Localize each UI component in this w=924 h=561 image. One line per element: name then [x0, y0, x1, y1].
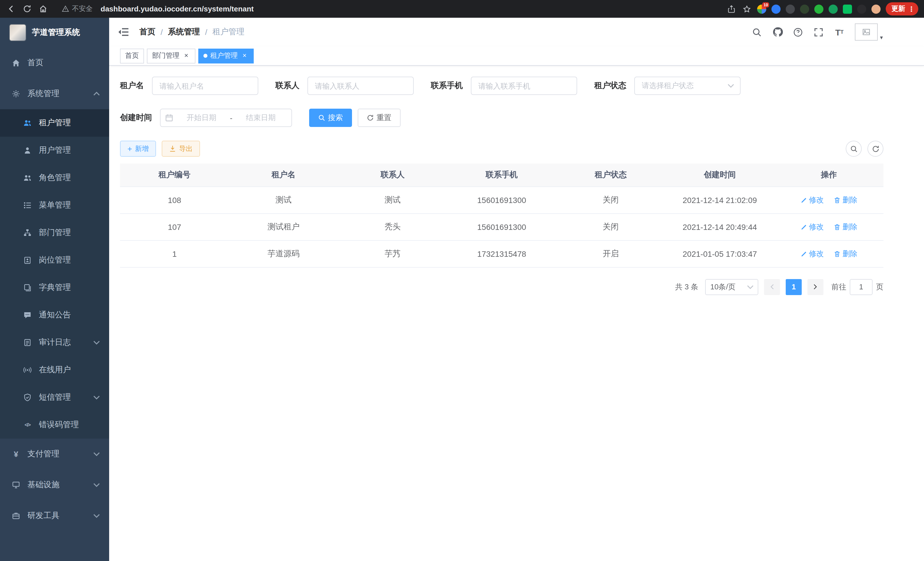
edit-link[interactable]: 修改: [800, 248, 824, 259]
caret-down-icon: ▾: [880, 34, 883, 41]
sidebar-item-menu[interactable]: 菜单管理: [0, 192, 109, 219]
close-icon[interactable]: ×: [241, 52, 249, 60]
export-button[interactable]: 导出: [162, 141, 200, 157]
sidebar-item-role[interactable]: 角色管理: [0, 164, 109, 192]
user-avatar-dropdown[interactable]: ▾: [855, 23, 883, 41]
add-button[interactable]: + 新增: [120, 141, 156, 157]
cell-contact: 秃头: [338, 213, 447, 240]
delete-label: 删除: [843, 195, 857, 205]
prev-page-button[interactable]: [764, 279, 780, 295]
sidebar-group-system[interactable]: 系统管理: [0, 78, 109, 109]
sidebar-group-payment[interactable]: ¥ 支付管理: [0, 439, 109, 469]
announcement-icon: [23, 311, 32, 320]
extensions-puzzle-icon[interactable]: [857, 4, 866, 14]
menu-kebab-icon[interactable]: ⋮: [908, 5, 915, 13]
sidebar-item-error-code[interactable]: </> 错误码管理: [0, 411, 109, 439]
tenant-status-select[interactable]: 请选择租户状态: [634, 77, 741, 95]
chrome-update-button[interactable]: 更新 ⋮: [886, 2, 918, 15]
cell-status: 关闭: [556, 213, 665, 240]
security-warning-label: 不安全: [72, 4, 93, 14]
reset-button[interactable]: 重置: [358, 109, 400, 127]
sidebar-item-notice[interactable]: 通知公告: [0, 301, 109, 329]
col-actions: 操作: [774, 164, 884, 186]
delete-link[interactable]: 删除: [834, 222, 857, 232]
extension-green2-icon[interactable]: [829, 4, 838, 14]
chevron-down-icon: [747, 283, 754, 290]
extension-colorful-icon[interactable]: 10: [757, 4, 766, 14]
extension-blue-icon[interactable]: [771, 4, 781, 14]
filter-tenant-status: 租户状态 请选择租户状态: [594, 77, 741, 95]
fullscreen-icon[interactable]: [814, 27, 824, 37]
sidebar-item-tenant[interactable]: 租户管理: [0, 109, 109, 137]
cell-mobile: 17321315478: [447, 240, 556, 267]
share-icon[interactable]: [726, 4, 736, 14]
edit-link[interactable]: 修改: [800, 222, 824, 232]
bookmark-star-icon[interactable]: [742, 4, 752, 14]
contact-name-input[interactable]: [308, 77, 414, 95]
sidebar-group-devtools[interactable]: 研发工具: [0, 500, 109, 531]
extension-olive-icon[interactable]: [800, 4, 809, 14]
breadcrumb-home[interactable]: 首页: [140, 27, 155, 37]
reload-icon[interactable]: [22, 4, 32, 14]
extension-chat-icon[interactable]: [843, 4, 852, 14]
cell-contact: 芋艿: [338, 240, 447, 267]
tenant-name-input[interactable]: [152, 77, 258, 95]
breadcrumb-current: 租户管理: [213, 27, 244, 37]
goto-page-input[interactable]: [850, 279, 873, 295]
chevron-down-icon: [93, 339, 100, 346]
sidebar-item-post[interactable]: 岗位管理: [0, 247, 109, 274]
github-icon[interactable]: [772, 27, 783, 37]
help-icon[interactable]: [793, 27, 803, 37]
cell-tenant-id: 1: [120, 240, 229, 267]
edit-pencil-icon: [800, 196, 807, 203]
sidebar-item-user[interactable]: 用户管理: [0, 137, 109, 164]
page-number-button[interactable]: 1: [786, 279, 802, 295]
create-time-range-picker[interactable]: 开始日期 - 结束日期: [160, 109, 292, 127]
collapse-sidebar-icon[interactable]: [118, 26, 130, 38]
contact-mobile-input[interactable]: [471, 77, 577, 95]
show-search-toggle-button[interactable]: [846, 141, 862, 157]
next-page-button[interactable]: [807, 279, 824, 295]
extension-green-icon[interactable]: [814, 4, 824, 14]
navbar: 首页 / 系统管理 / 租户管理: [109, 18, 924, 46]
delete-link[interactable]: 删除: [834, 195, 857, 205]
table-row: 1 芋道源码 芋艿 17321315478 开启 2021-01-05 17:0…: [120, 240, 884, 267]
refresh-table-button[interactable]: [867, 141, 884, 157]
tab-home[interactable]: 首页: [120, 48, 144, 63]
profile-avatar[interactable]: [872, 4, 880, 14]
tab-dept[interactable]: 部门管理 ×: [147, 48, 195, 63]
tab-tenant[interactable]: 租户管理 ×: [198, 48, 254, 63]
sidebar-item-label: 审计日志: [39, 337, 93, 348]
address-bar[interactable]: dashboard.yudao.iocoder.cn/system/tenant: [100, 5, 721, 13]
edit-link[interactable]: 修改: [800, 195, 824, 205]
breadcrumb-system[interactable]: 系统管理: [168, 27, 200, 37]
sidebar-item-online-user[interactable]: 在线用户: [0, 356, 109, 384]
back-icon[interactable]: [6, 4, 16, 14]
cell-created: 2021-12-14 21:02:09: [665, 186, 774, 213]
logo-row[interactable]: 芋道管理系统: [0, 18, 109, 47]
sidebar-group-sms[interactable]: 短信管理: [0, 384, 109, 411]
sidebar-item-dept[interactable]: 部门管理: [0, 219, 109, 247]
font-size-icon[interactable]: TT: [834, 27, 844, 37]
sidebar-item-dict[interactable]: 字典管理: [0, 274, 109, 301]
active-tab-dot: [203, 54, 207, 58]
sidebar-item-label: 菜单管理: [39, 200, 100, 211]
edit-pencil-icon: [800, 250, 807, 257]
delete-link[interactable]: 删除: [834, 248, 857, 259]
search-icon[interactable]: [752, 27, 762, 37]
create-time-label: 创建时间: [120, 113, 152, 123]
extension-dark-icon[interactable]: [786, 4, 795, 14]
close-icon[interactable]: ×: [182, 52, 190, 60]
page-size-select[interactable]: 10条/页: [705, 279, 758, 295]
home-icon[interactable]: [38, 4, 48, 14]
dict-book-icon: [23, 283, 32, 292]
site-security-warning[interactable]: 不安全: [62, 4, 93, 14]
sidebar-item-home[interactable]: 首页: [0, 47, 109, 78]
col-mobile: 联系手机: [447, 164, 556, 186]
calendar-icon: [165, 114, 173, 122]
sidebar-item-label: 字典管理: [39, 283, 100, 293]
start-date-placeholder: 开始日期: [176, 113, 228, 123]
sidebar-group-infrastructure[interactable]: 基础设施: [0, 469, 109, 500]
sidebar-group-audit-log[interactable]: 审计日志: [0, 329, 109, 356]
search-button[interactable]: 搜索: [309, 109, 352, 127]
